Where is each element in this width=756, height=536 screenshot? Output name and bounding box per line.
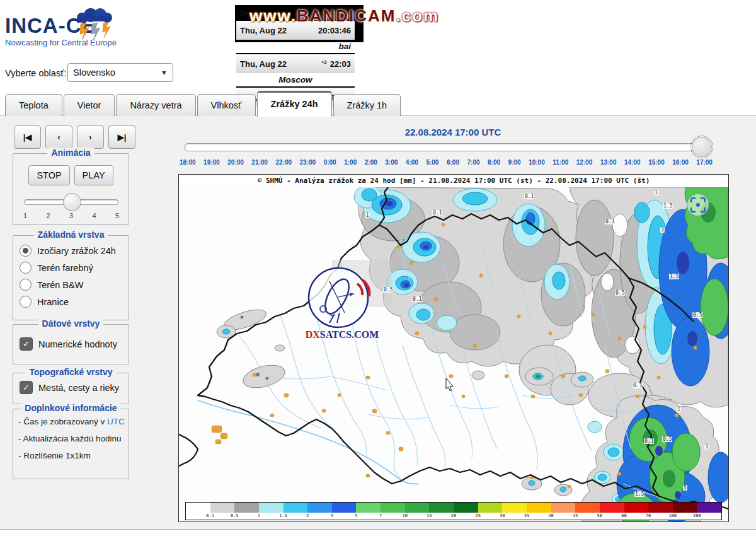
scale-color-cell	[575, 503, 600, 513]
speed-scale: 12345	[23, 212, 119, 219]
scale-value-label: 50	[597, 513, 602, 518]
time-tick[interactable]: 1:00	[344, 159, 357, 166]
scale-value-label: 10	[403, 513, 408, 518]
scale-color-cell	[478, 503, 503, 513]
time-tick[interactable]: 22:00	[275, 159, 292, 166]
base-layer-radio[interactable]: Terén B&W	[20, 276, 125, 293]
speed-slider-handle[interactable]	[63, 193, 81, 211]
time-tick[interactable]: 5:00	[426, 159, 438, 166]
contour-value-badge: 0.5	[692, 312, 702, 318]
time-tick[interactable]: 6:00	[447, 159, 459, 166]
time-slider-track[interactable]	[185, 143, 699, 151]
numeric-values-checkbox[interactable]: ✓ Numerické hodnoty	[20, 337, 125, 351]
base-layer-radio[interactable]: Terén farebný	[20, 259, 125, 276]
contour-value-badge: 1	[365, 213, 370, 218]
scale-value-label: 1	[258, 513, 260, 518]
scale-color-cell	[502, 503, 527, 513]
time-tick[interactable]: 21:00	[251, 159, 268, 166]
time-slider-handle[interactable]	[692, 137, 712, 157]
time-tick[interactable]: 7:00	[467, 159, 479, 166]
base-layer-radio[interactable]: Izočiary zrážok 24h	[20, 242, 125, 259]
clock-date: Thu, Aug 22	[240, 59, 287, 69]
clock-utc-offset: +2	[321, 60, 327, 65]
contour-value-badge: 0.5	[383, 287, 393, 293]
scale-value-label: 60	[621, 513, 626, 518]
frame-step-button[interactable]: ‹	[45, 125, 72, 149]
radio-icon	[20, 245, 32, 257]
precip-color-scale	[185, 502, 722, 513]
info-line-resolution: - Rozlíšenie 1x1km	[18, 451, 129, 460]
scale-value-label: 40	[548, 513, 553, 518]
contour-value-badge: 0.1	[412, 296, 422, 302]
tab[interactable]: Zrážky 1h	[333, 94, 401, 116]
contour-value-badge: 3	[660, 227, 665, 233]
time-tick[interactable]: 20:00	[227, 159, 244, 166]
time-tick[interactable]: 12:00	[576, 159, 593, 166]
time-tick[interactable]: 16:00	[672, 159, 689, 166]
product-tabs: TeplotaVietorNárazy vetraVlhkosťZrážky 2…	[5, 90, 402, 116]
time-tick[interactable]: 8:00	[488, 159, 500, 166]
svg-text:DXSATCS.COM: DXSATCS.COM	[306, 329, 379, 340]
scale-color-cell	[600, 503, 624, 513]
frame-step-button[interactable]: ›	[77, 125, 104, 149]
cities-roads-rivers-checkbox[interactable]: ✓ Mestá, cesty a rieky	[20, 381, 125, 394]
clock-city-label: Berlin	[236, 6, 355, 21]
time-tick[interactable]: 15:00	[648, 159, 665, 166]
time-tick[interactable]: 17:00	[696, 159, 713, 166]
time-tick[interactable]: 18:00	[180, 159, 196, 166]
time-tick[interactable]: 23:00	[300, 159, 316, 166]
base-layer-radio[interactable]: Hranice	[20, 293, 125, 310]
map-focus-icon[interactable]	[687, 194, 709, 216]
speed-tick: 4	[92, 212, 96, 219]
scale-value-label: 0.5	[231, 513, 239, 518]
topo-layers-legend: Topografické vrstvy	[13, 367, 129, 377]
clock-time: 20:03:46	[318, 26, 351, 35]
tab[interactable]: Vietor	[64, 94, 115, 116]
time-tick[interactable]: 13:00	[600, 159, 617, 166]
map-canvas[interactable]: DXSATCS.COM	[179, 187, 728, 521]
scale-value-label: 25	[475, 513, 480, 518]
scale-value-label: 35	[524, 513, 529, 518]
frame-step-button[interactable]: ▶|	[108, 125, 135, 149]
clock-time-row: Thu, Aug 22 +2 22:03	[236, 54, 355, 73]
time-tick[interactable]: 2:00	[365, 159, 377, 166]
time-tick[interactable]: 9:00	[508, 159, 521, 166]
tab[interactable]: Zrážky 24h	[257, 91, 332, 117]
utc-link[interactable]: UTC	[107, 417, 125, 426]
scale-color-cell	[673, 503, 697, 513]
tab[interactable]: Teplota	[5, 94, 62, 116]
frame-step-button[interactable]: |◀	[14, 125, 41, 149]
contour-value-badge: 3	[704, 444, 709, 450]
precipitation-map[interactable]: © SHMÚ - Analýza zrážok za 24 hod [mm] -…	[178, 174, 729, 522]
contour-value-badge: 0.1	[432, 210, 442, 216]
time-tick[interactable]: 0:00	[324, 159, 336, 166]
topo-layers-box: Topografické vrstvy ✓ Mestá, cesty a rie…	[13, 373, 129, 404]
tab[interactable]: Nárazy vetra	[116, 94, 195, 116]
stop-button[interactable]: STOP	[28, 165, 69, 185]
time-tick[interactable]: 19:00	[203, 159, 220, 166]
clock-city-label: Moscow	[236, 73, 355, 88]
time-tick[interactable]: 4:00	[406, 159, 418, 166]
current-timestamp: 22.08.2024 17:00 UTC	[178, 127, 728, 137]
play-button[interactable]: PLAY	[74, 165, 113, 185]
time-tick[interactable]: 14:00	[624, 159, 641, 166]
scale-color-cell	[186, 503, 210, 513]
speed-slider-track[interactable]	[24, 199, 118, 205]
map-title: © SHMÚ - Analýza zrážok za 24 hod [mm] -…	[179, 175, 728, 188]
scale-color-cell	[234, 503, 259, 513]
time-tick[interactable]: 3:00	[385, 159, 398, 166]
time-tick[interactable]: 11:00	[553, 159, 568, 166]
base-layer-legend: Základná vrstva	[13, 230, 129, 240]
time-ticks: 18:0019:0020:0021:0022:0023:000:001:002:…	[180, 159, 713, 166]
scale-color-cell	[697, 503, 721, 513]
contour-value-badge: 0.1	[644, 438, 654, 444]
region-select[interactable]: Slovensko ▼	[67, 63, 173, 82]
scale-color-cell	[454, 503, 478, 513]
clock-time: 22:03	[330, 59, 351, 69]
contour-value-badge: 0.1	[605, 219, 615, 224]
animation-legend: Animácia	[13, 148, 129, 158]
tab[interactable]: Vlhkosť	[197, 94, 256, 116]
clock-cell: Berlin Thu, Aug 22 20:03:46	[236, 6, 355, 40]
animation-box: Animácia STOP PLAY 12345	[13, 153, 129, 225]
time-tick[interactable]: 10:00	[529, 159, 545, 166]
